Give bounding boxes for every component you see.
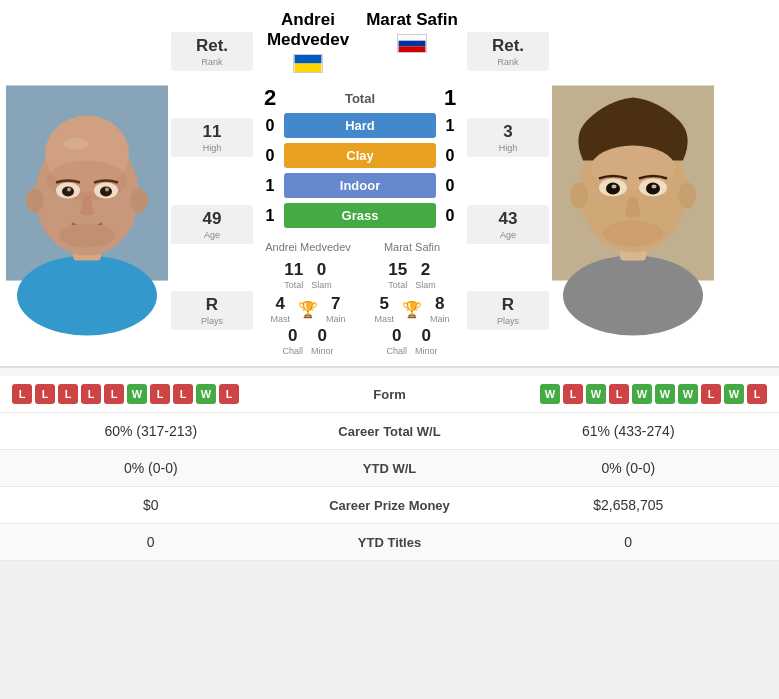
form-badge: L — [150, 384, 170, 404]
left-player-flag — [293, 54, 323, 73]
right-total-val: 15 — [388, 260, 407, 280]
form-row: LLLLLWLLWL Form WLWLWWWLWL — [0, 376, 779, 413]
stat-right-3: 0 — [490, 534, 768, 550]
svg-point-5 — [26, 189, 44, 213]
form-badge: W — [632, 384, 652, 404]
form-badge: L — [35, 384, 55, 404]
stat-right-1: 0% (0-0) — [490, 460, 768, 476]
grass-score-row: 1 Grass 0 — [256, 203, 464, 228]
right-slam-val: 2 — [415, 260, 436, 280]
indoor-score-left: 1 — [256, 177, 284, 195]
right-high-label: High — [475, 143, 541, 153]
left-slam-val: 0 — [311, 260, 332, 280]
right-plays-label: Plays — [475, 316, 541, 326]
stat-label-1: YTD W/L — [290, 461, 490, 476]
svg-point-35 — [652, 185, 657, 189]
left-mast-stat: 4 Mast — [270, 294, 290, 324]
left-minor-stat: 0 Minor — [311, 326, 334, 356]
svg-point-6 — [130, 189, 148, 213]
right-high-value: 3 — [475, 122, 541, 142]
left-total-val: 11 — [284, 260, 303, 280]
form-badge: W — [196, 384, 216, 404]
right-player-info: Ret. Rank 3 High 43 Age R Plays — [464, 10, 552, 356]
left-high-value: 11 — [179, 122, 245, 142]
right-player-name: Marat Safin — [360, 10, 464, 30]
form-badge: L — [701, 384, 721, 404]
form-badge: W — [127, 384, 147, 404]
left-rank-value: Ret. — [179, 36, 245, 56]
form-badge: W — [678, 384, 698, 404]
form-badge: L — [12, 384, 32, 404]
left-player-name: AndreiMedvedev — [256, 10, 360, 50]
left-main-stat: 7 Main — [326, 294, 346, 324]
svg-point-23 — [563, 256, 703, 336]
right-chall-val: 0 — [386, 326, 407, 346]
left-rank-card: Ret. Rank — [171, 32, 253, 71]
form-badge: W — [540, 384, 560, 404]
svg-rect-17 — [295, 55, 322, 64]
left-minor-val: 0 — [311, 326, 334, 346]
left-high-label: High — [179, 143, 245, 153]
grass-score-right: 0 — [436, 207, 464, 225]
right-rank-value: Ret. — [475, 36, 541, 56]
form-badge: L — [104, 384, 124, 404]
svg-point-2 — [17, 256, 157, 336]
stat-table-row: 0 YTD Titles 0 — [0, 524, 779, 561]
hard-surface-btn: Hard — [284, 113, 436, 138]
left-plays-label: Plays — [179, 316, 245, 326]
center-scores-area: AndreiMedvedev Marat Safin — [256, 10, 464, 356]
hard-score-right: 1 — [436, 117, 464, 135]
right-rank-card: Ret. Rank — [467, 32, 549, 71]
stat-right-0: 61% (433-274) — [490, 423, 768, 439]
stat-table-row: 60% (317-213) Career Total W/L 61% (433-… — [0, 413, 779, 450]
left-form-badges: LLLLLWLLWL — [12, 384, 330, 404]
svg-rect-20 — [399, 41, 426, 47]
hard-score-row: 0 Hard 1 — [256, 113, 464, 138]
right-total-stat: 15 Total — [388, 260, 407, 290]
right-trophy-icon: 🏆 — [402, 300, 422, 319]
clay-surface-btn: Clay — [284, 143, 436, 168]
right-high-card: 3 High — [467, 118, 549, 157]
indoor-score-row: 1 Indoor 0 — [256, 173, 464, 198]
form-badge: L — [747, 384, 767, 404]
form-badge: W — [724, 384, 744, 404]
right-mast-val: 5 — [374, 294, 394, 314]
stat-left-3: 0 — [12, 534, 290, 550]
right-mast-stat: 5 Mast — [374, 294, 394, 324]
total-label: Total — [284, 91, 436, 106]
svg-point-16 — [59, 224, 115, 248]
indoor-surface-btn: Indoor — [284, 173, 436, 198]
svg-point-8 — [64, 138, 88, 150]
right-minor-val: 0 — [415, 326, 438, 346]
left-player-name-small: Andrei Medvedev — [265, 241, 351, 253]
form-badge: L — [81, 384, 101, 404]
svg-point-32 — [606, 183, 620, 195]
right-age-card: 43 Age — [467, 205, 549, 244]
right-main-val: 8 — [430, 294, 450, 314]
left-slam-stat: 0 Slam — [311, 260, 332, 290]
stat-table-row: 0% (0-0) YTD W/L 0% (0-0) — [0, 450, 779, 487]
total-score-right: 1 — [436, 85, 464, 111]
grass-score-left: 1 — [256, 207, 284, 225]
stat-left-2: $0 — [12, 497, 290, 513]
svg-point-33 — [646, 183, 660, 195]
form-badge: L — [563, 384, 583, 404]
form-badge: L — [58, 384, 78, 404]
player-comparison-top: Ret. Rank 11 High 49 Age R Plays AndreiM… — [0, 0, 779, 368]
form-label: Form — [330, 387, 450, 402]
stat-table-row: $0 Career Prize Money $2,658,705 — [0, 487, 779, 524]
left-rank-label: Rank — [179, 57, 245, 67]
clay-score-row: 0 Clay 0 — [256, 143, 464, 168]
total-score-row: 2 Total 1 — [256, 81, 464, 113]
right-player-flag — [397, 34, 427, 53]
svg-rect-19 — [399, 35, 426, 41]
stat-label-2: Career Prize Money — [290, 498, 490, 513]
indoor-score-right: 0 — [436, 177, 464, 195]
right-player-photo — [552, 10, 714, 356]
svg-rect-21 — [399, 46, 426, 52]
left-player-info: Ret. Rank 11 High 49 Age R Plays — [168, 10, 256, 356]
form-badge: L — [609, 384, 629, 404]
svg-point-26 — [570, 183, 588, 209]
left-total-stat: 11 Total — [284, 260, 303, 290]
svg-point-14 — [67, 188, 71, 192]
